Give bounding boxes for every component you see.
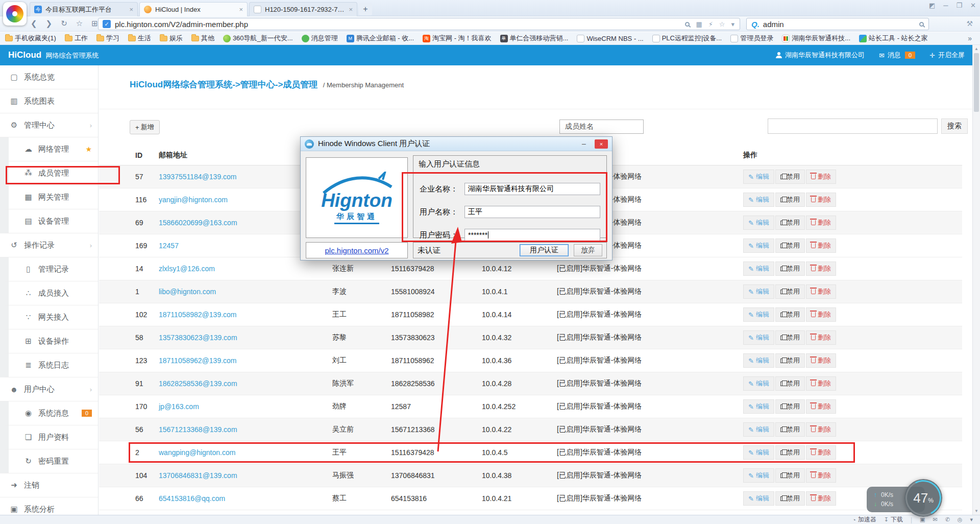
edit-button[interactable]: ✎ 编辑 <box>743 307 774 322</box>
minimize-icon[interactable]: ─ <box>943 2 948 9</box>
bookmark-item[interactable]: 学习 <box>96 34 119 43</box>
add-member-button[interactable]: + 新增 <box>130 120 160 134</box>
sidebar-item[interactable]: ▢ 系统总览 › ★ <box>0 65 98 89</box>
search-magnifier-icon[interactable] <box>919 22 924 27</box>
scrollbar-up-icon[interactable]: ▲ <box>973 46 980 51</box>
browser-search-box[interactable]: Q. admin <box>746 18 929 30</box>
maximize-icon[interactable]: ❐ <box>956 2 962 9</box>
sidebar-item[interactable]: ≣ 系统日志 › ★ <box>0 353 98 377</box>
speed-mode-icon[interactable]: ⚡ <box>708 20 713 28</box>
bookmark-item[interactable]: 娱乐 <box>160 34 183 43</box>
cell-email-link[interactable]: 18711058982@139.com <box>159 311 237 319</box>
browser-tab[interactable]: HiCloud | Index × <box>139 2 248 16</box>
dialog-minimize-icon[interactable]: – <box>577 139 591 149</box>
delete-button[interactable]: 删除 <box>806 422 836 437</box>
tab-close-icon[interactable]: × <box>129 6 133 13</box>
disable-button[interactable]: 禁用 <box>775 284 805 299</box>
bookmark-item[interactable]: WiseCRM NBS - ... <box>577 35 643 42</box>
bookmark-item[interactable]: 工作 <box>65 34 88 43</box>
cell-email-link[interactable]: 13573830623@139.com <box>159 334 237 342</box>
field-input[interactable]: 王平 <box>464 206 600 218</box>
page-scrollbar[interactable]: ▲ ▼ <box>972 45 980 515</box>
cell-email-link[interactable]: wangping@hignton.com <box>159 448 235 457</box>
back-icon[interactable]: ❮ <box>31 19 37 28</box>
edit-button[interactable]: ✎ 编辑 <box>743 216 774 230</box>
delete-button[interactable]: 删除 <box>806 193 836 207</box>
accelerator-button[interactable]: ◔ 加速器 <box>852 515 876 524</box>
edit-button[interactable]: ✎ 编辑 <box>743 170 774 184</box>
cell-email-link[interactable]: jp@163.com <box>159 402 199 411</box>
cell-email-link[interactable]: 13937551184@139.com <box>159 173 237 181</box>
bookmark-item[interactable]: M 腾讯企业邮箱 - 收... <box>347 34 414 43</box>
header-company[interactable]: 湖南华辰智通科技有限公司 <box>776 51 865 60</box>
disable-button[interactable]: 禁用 <box>775 468 805 483</box>
sidebar-item[interactable]: ▤ 设备管理 › ★ <box>0 209 98 233</box>
sidebar-item[interactable]: ▯ 管理记录 › ★ <box>0 257 98 281</box>
edit-button[interactable]: ✎ 编辑 <box>743 284 774 299</box>
scrollbar-down-icon[interactable]: ▼ <box>973 509 980 513</box>
theme-icon[interactable]: ◩ <box>929 2 935 9</box>
delete-button[interactable]: 删除 <box>806 239 836 253</box>
bookmark-item[interactable]: 湖南华辰智通科技... <box>782 34 850 43</box>
edit-button[interactable]: ✎ 编辑 <box>743 399 774 414</box>
delete-button[interactable]: 删除 <box>806 330 836 345</box>
search-button[interactable]: 搜索 <box>941 118 968 134</box>
sidebar-item[interactable]: ∵ 网关接入 › ★ <box>0 305 98 329</box>
bookmark-item[interactable]: 淘 淘宝网 - 淘！我喜欢 <box>423 34 492 43</box>
sidebar-item[interactable]: ❏ 用户资料 › ★ <box>0 425 98 449</box>
apps-grid-icon[interactable]: ⊞ <box>91 19 98 28</box>
cell-email-link[interactable]: yangjin@hignton.com <box>159 196 228 204</box>
member-search-input[interactable] <box>768 118 938 134</box>
bookmark-item[interactable]: 360导航_新一代安... <box>223 34 293 43</box>
tray-icon[interactable]: ✆ <box>945 516 950 523</box>
header-messages[interactable]: ✉ 消息 0 <box>879 51 915 60</box>
bookmark-item[interactable]: 单 单仁合强移动营销... <box>500 34 569 43</box>
disable-button[interactable]: 禁用 <box>775 353 805 368</box>
filter-field-select[interactable]: 成员姓名 ▼ <box>559 120 644 134</box>
delete-button[interactable]: 删除 <box>806 491 836 506</box>
bookmark-item[interactable]: 消息管理 <box>302 34 338 43</box>
tab-close-icon[interactable]: × <box>349 6 353 13</box>
sidebar-item[interactable]: ☻ 用户中心 › ★ <box>0 377 98 401</box>
delete-button[interactable]: 删除 <box>806 468 836 483</box>
new-tab-button[interactable]: + <box>359 3 372 15</box>
memory-percent-widget[interactable]: 47 % <box>904 479 942 517</box>
refresh-icon[interactable]: ↻ <box>61 19 67 28</box>
edit-button[interactable]: ✎ 编辑 <box>743 422 774 437</box>
cell-email-link[interactable]: 15866020699@163.com <box>159 219 237 227</box>
address-bar[interactable]: ✓ plc.hignton.com/V2/admin-member.php ▦ … <box>98 18 740 30</box>
sidebar-item[interactable]: ▥ 系统图表 › ★ <box>0 89 98 113</box>
disable-button[interactable]: 禁用 <box>775 491 805 506</box>
bookmark-star-icon[interactable]: ☆ <box>719 20 725 28</box>
disable-button[interactable]: 禁用 <box>775 330 805 345</box>
search-query-text[interactable]: admin <box>763 20 784 29</box>
scrollbar-thumb[interactable] <box>974 53 979 112</box>
sidebar-item[interactable]: ➜ 注销 › ★ <box>0 473 98 497</box>
edit-button[interactable]: ✎ 编辑 <box>743 261 774 276</box>
forward-icon[interactable]: ❯ <box>46 19 53 28</box>
browser-tab[interactable]: 今 今目标互联网工作平台 × <box>30 2 138 16</box>
sidebar-item[interactable]: ⊞ 设备操作 › ★ <box>0 329 98 353</box>
cell-email-link[interactable]: zlxlsy1@126.com <box>159 265 215 273</box>
field-input[interactable]: 湖南华辰智通科技有限公司 <box>464 183 600 195</box>
disable-button[interactable]: 禁用 <box>775 170 805 184</box>
zoom-search-icon[interactable] <box>685 22 690 27</box>
bookmark-item[interactable]: 手机收藏夹(1) <box>5 34 56 43</box>
sidebar-item[interactable]: ↺ 操作记录 › ★ <box>0 233 98 257</box>
edit-button[interactable]: ✎ 编辑 <box>743 468 774 483</box>
bookmark-item[interactable]: PLC远程监控|设备... <box>652 34 722 43</box>
disable-button[interactable]: 禁用 <box>775 422 805 437</box>
delete-button[interactable]: 删除 <box>806 307 836 322</box>
cell-email-link[interactable]: 18628258536@139.com <box>159 379 237 388</box>
bookmark-item[interactable]: 其他 <box>191 34 214 43</box>
cell-email-link[interactable]: 12457 <box>159 242 179 250</box>
disable-button[interactable]: 禁用 <box>775 239 805 253</box>
collapse-caret-icon[interactable]: ▾ <box>970 516 973 523</box>
sidebar-item[interactable]: ⚙ 管理中心 › ★ <box>0 113 98 137</box>
browser-tab[interactable]: H120-1509-1617-2932-77... × <box>249 2 357 16</box>
edit-button[interactable]: ✎ 编辑 <box>743 491 774 506</box>
tab-close-icon[interactable]: × <box>239 6 243 13</box>
sidebar-item[interactable]: ↻ 密码重置 › ★ <box>0 449 98 473</box>
qr-code-icon[interactable]: ▦ <box>696 20 702 28</box>
tray-icon[interactable]: ✉ <box>933 516 937 523</box>
